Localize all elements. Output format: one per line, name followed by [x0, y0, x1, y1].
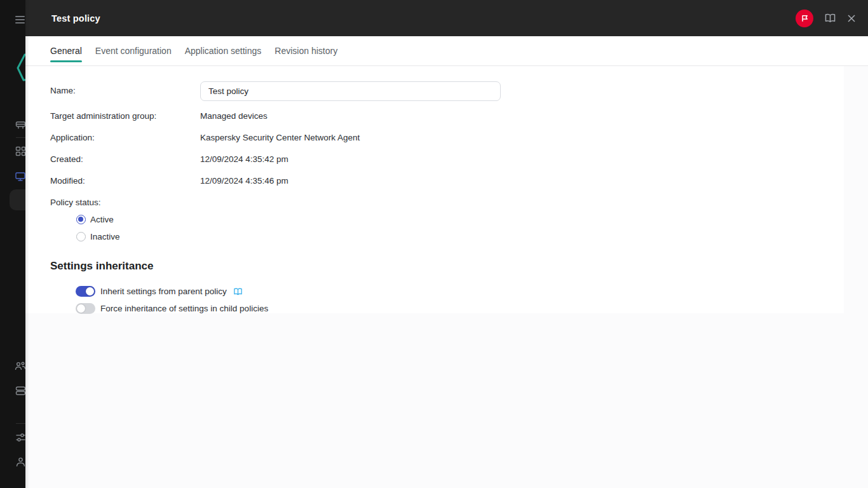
name-label: Name:	[50, 86, 200, 96]
target-group-value: Managed devices	[200, 111, 268, 121]
sidebar-divider	[16, 137, 25, 138]
policy-status-active-radio[interactable]: Active	[76, 215, 114, 224]
sidebar	[0, 0, 25, 488]
administration-server-icon[interactable]	[15, 119, 25, 131]
force-inheritance-toggle-row[interactable]: Force inheritance of settings in child p…	[76, 303, 268, 314]
menu-icon[interactable]	[15, 16, 25, 24]
modified-value: 12/09/2024 4:35:46 pm	[200, 176, 288, 186]
radio-icon[interactable]	[76, 232, 86, 241]
radio-icon[interactable]	[76, 215, 86, 224]
tab-event-configuration[interactable]: Event configuration	[95, 36, 172, 65]
users-icon[interactable]	[15, 360, 25, 372]
toggle-on-icon[interactable]	[76, 286, 95, 297]
devices-icon[interactable]	[15, 171, 25, 182]
tab-bar: General Event configuration Application …	[25, 36, 868, 66]
tab-application-settings[interactable]: Application settings	[185, 36, 262, 65]
close-icon[interactable]	[847, 14, 856, 23]
policy-status-inactive-radio[interactable]: Inactive	[76, 232, 120, 241]
created-value: 12/09/2024 4:35:42 pm	[200, 154, 288, 165]
help-book-icon[interactable]	[233, 288, 243, 295]
sidebar-divider	[16, 423, 25, 424]
page-title: Test policy	[51, 13, 100, 24]
application-value: Kaspersky Security Center Network Agent	[200, 133, 360, 143]
radio-label: Inactive	[90, 232, 120, 241]
target-group-label: Target administration group:	[50, 111, 200, 121]
radio-label: Active	[90, 215, 114, 224]
drawer-titlebar: Test policy	[25, 0, 868, 36]
general-settings-card: Name: Target administration group: Manag…	[25, 66, 844, 313]
console-settings-icon[interactable]	[15, 431, 25, 443]
policy-status-label: Policy status:	[50, 198, 200, 208]
tab-revision-history[interactable]: Revision history	[275, 36, 337, 65]
modified-label: Modified:	[50, 176, 200, 186]
policy-name-input[interactable]	[200, 81, 501, 101]
inherit-settings-toggle-row[interactable]: Inherit settings from parent policy	[76, 286, 243, 297]
help-book-icon[interactable]	[824, 13, 836, 23]
created-label: Created:	[50, 154, 200, 165]
application-label: Application:	[50, 133, 200, 143]
tab-general[interactable]: General	[50, 36, 82, 65]
toggle-label: Inherit settings from parent policy	[100, 287, 227, 296]
monitoring-icon[interactable]	[15, 146, 25, 157]
sidebar-selected-item[interactable]	[10, 189, 25, 210]
tab-content: Name: Target administration group: Manag…	[25, 66, 868, 488]
settings-inheritance-heading: Settings inheritance	[50, 260, 153, 273]
account-icon[interactable]	[15, 456, 25, 468]
policy-drawer: Test policy General Event configuration …	[25, 0, 868, 488]
toggle-off-icon[interactable]	[76, 303, 95, 314]
repositories-icon[interactable]	[15, 385, 25, 396]
kaspersky-logo	[16, 52, 25, 81]
toggle-label: Force inheritance of settings in child p…	[100, 304, 268, 313]
flag-icon[interactable]	[796, 10, 813, 27]
